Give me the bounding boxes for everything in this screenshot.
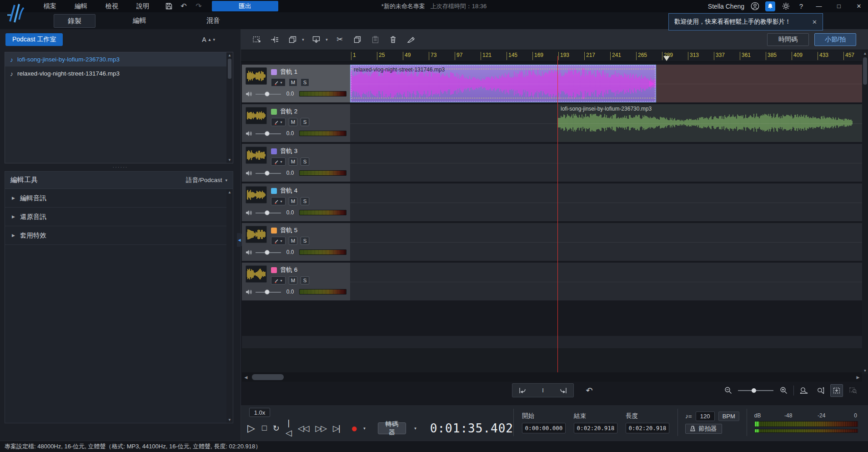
horizontal-scrollbar[interactable]: ◀ ▶: [242, 372, 862, 382]
tool-section-edit-audio[interactable]: ▶ 編輯音訊: [5, 189, 233, 208]
menu-help[interactable]: 說明: [127, 0, 158, 12]
tab-edit[interactable]: 編輯: [119, 14, 160, 28]
hscroll-thumb[interactable]: [252, 374, 284, 380]
tool-section-restore-audio[interactable]: ▶ 還原音訊: [5, 208, 233, 226]
zoom-slider-knob[interactable]: [752, 388, 756, 393]
input-source-button[interactable]: ▾: [271, 78, 286, 86]
minimize-button[interactable]: —: [812, 1, 826, 12]
metronome-button[interactable]: 節拍器: [685, 424, 722, 434]
vertical-scrollbar[interactable]: ▲ ▼: [862, 50, 868, 374]
notification-bell-icon[interactable]: [765, 1, 775, 11]
track-header[interactable]: 音軌 2 ▾ M S 0.0: [242, 104, 350, 142]
track-header[interactable]: 音軌 5 ▾ M S 0.0: [242, 223, 350, 261]
solo-button[interactable]: S: [301, 78, 309, 86]
track-header[interactable]: 音軌 6 ▾ M S 0.0: [242, 263, 350, 300]
solo-button[interactable]: S: [301, 237, 309, 245]
vscroll-thumb[interactable]: [863, 57, 867, 85]
toast-close-icon[interactable]: ✕: [812, 19, 817, 25]
solo-button[interactable]: S: [301, 276, 309, 284]
track-lane[interactable]: [350, 144, 862, 182]
mute-button[interactable]: M: [289, 118, 297, 126]
save-icon[interactable]: [163, 1, 175, 11]
scroll-right-icon[interactable]: ▶: [854, 375, 862, 380]
start-value[interactable]: 0:00:00.000: [522, 423, 566, 433]
maximize-button[interactable]: □: [832, 1, 846, 12]
paste-button[interactable]: [367, 32, 383, 47]
scroll-down-icon[interactable]: ▼: [228, 158, 231, 162]
fast-forward-button[interactable]: ▷▷: [315, 423, 326, 433]
tools-mode-dropdown[interactable]: 語音/Podcast ▾: [186, 176, 227, 184]
record-options-caret-icon[interactable]: ▾: [363, 426, 366, 431]
menu-view[interactable]: 檢視: [96, 0, 127, 12]
zoom-fit-vertical-icon[interactable]: [814, 384, 827, 397]
bpm-value[interactable]: 120: [696, 411, 715, 421]
menu-edit[interactable]: 編輯: [65, 0, 96, 12]
account-avatar-icon[interactable]: [750, 1, 760, 11]
align-left-icon[interactable]: [515, 384, 530, 397]
eraser-button[interactable]: [403, 32, 418, 47]
solo-button[interactable]: S: [301, 197, 309, 205]
track-header[interactable]: 音軌 1 ▾ M S 0.0: [242, 65, 350, 102]
loop-button[interactable]: ↻: [273, 423, 279, 433]
track-thumbnail[interactable]: [246, 265, 267, 283]
font-size-control[interactable]: A ▲ ▾: [202, 36, 215, 43]
input-source-button[interactable]: ▾: [271, 157, 286, 166]
record-button[interactable]: ●: [351, 422, 357, 435]
transcoder-caret-icon[interactable]: ▾: [413, 422, 418, 434]
envelope-tool-button[interactable]: [308, 32, 324, 47]
scroll-up-icon[interactable]: ▲: [228, 53, 231, 57]
bars-beats-view-button[interactable]: 小節/拍: [814, 33, 856, 46]
track-thumbnail[interactable]: [246, 226, 267, 243]
zoom-slider[interactable]: [738, 388, 773, 393]
zoom-selection-icon[interactable]: [847, 384, 859, 397]
track-lane[interactable]: lofi-song-jinsei-by-lofium-236730.mp3: [350, 104, 862, 142]
playhead[interactable]: [557, 56, 558, 372]
volume-envelope-line[interactable]: [351, 98, 655, 98]
scroll-up-icon[interactable]: ▲: [228, 190, 231, 194]
close-button[interactable]: ✕: [852, 1, 866, 12]
delete-button[interactable]: [385, 32, 401, 47]
settings-gear-icon[interactable]: [781, 1, 791, 11]
audio-clip[interactable]: relaxed-vlog-night-street-131746.mp3: [350, 65, 656, 102]
input-source-button[interactable]: ▾: [271, 237, 286, 245]
zoom-fit-horizontal-icon[interactable]: [798, 384, 810, 397]
caret-down-icon[interactable]: ▾: [300, 32, 306, 47]
play-button[interactable]: ▷: [247, 422, 255, 434]
clip-end-handle[interactable]: [649, 81, 654, 87]
scroll-down-icon[interactable]: ▼: [228, 418, 231, 422]
input-source-button[interactable]: ▾: [271, 197, 286, 205]
duplicate-button[interactable]: [285, 32, 300, 47]
revert-button[interactable]: ↶: [581, 383, 597, 397]
redo-icon[interactable]: ↷: [193, 1, 205, 11]
insert-clip-tool-button[interactable]: [267, 32, 282, 47]
track-thumbnail[interactable]: [246, 147, 267, 164]
panel-resize-handle[interactable]: ······: [0, 165, 241, 169]
volume-slider[interactable]: [256, 91, 281, 97]
volume-slider[interactable]: [256, 210, 281, 216]
rewind-button[interactable]: ◁◁: [298, 423, 309, 433]
zoom-out-icon[interactable]: [722, 384, 734, 397]
undo-icon[interactable]: ↶: [178, 1, 190, 11]
playback-speed[interactable]: 1.0x: [249, 408, 270, 417]
mute-button[interactable]: M: [289, 237, 297, 245]
mute-button[interactable]: M: [289, 157, 297, 166]
mute-button[interactable]: M: [289, 276, 297, 284]
track-lane[interactable]: relaxed-vlog-night-street-131746.mp3: [350, 65, 862, 102]
go-to-start-button[interactable]: |◁: [286, 418, 291, 438]
go-to-end-button[interactable]: ▷|: [333, 423, 340, 433]
volume-slider[interactable]: [256, 131, 281, 137]
tools-scrollbar[interactable]: ▲ ▼: [226, 189, 233, 423]
help-icon[interactable]: ?: [796, 1, 806, 11]
scroll-up-icon[interactable]: ▲: [863, 51, 867, 56]
zoom-in-icon[interactable]: [777, 384, 790, 397]
copy-button[interactable]: [350, 32, 365, 47]
tool-section-apply-effects[interactable]: ▶ 套用特效: [5, 226, 233, 245]
menu-file[interactable]: 檔案: [35, 0, 65, 12]
track-lane[interactable]: [350, 263, 862, 300]
align-right-icon[interactable]: [556, 384, 571, 397]
scroll-down-icon[interactable]: ▼: [863, 369, 867, 373]
mute-button[interactable]: M: [289, 78, 297, 86]
range-select-tool-button[interactable]: [249, 32, 265, 47]
track-lane[interactable]: [350, 183, 862, 221]
cut-button[interactable]: ✂: [332, 32, 347, 47]
